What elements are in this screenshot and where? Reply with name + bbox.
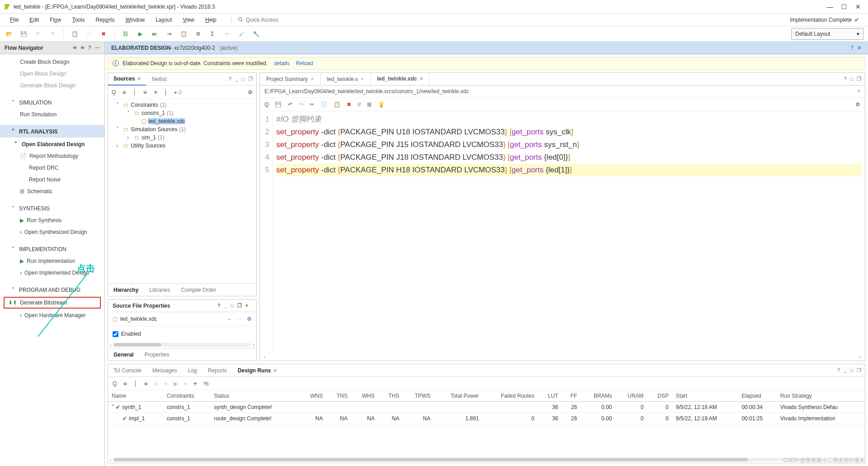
brush-icon[interactable]: 🖌 (237, 29, 246, 38)
search-icon[interactable]: Q (264, 101, 269, 108)
undo-icon[interactable]: ↶ (33, 29, 42, 38)
menu-layout[interactable]: Layout (150, 15, 177, 25)
table-row[interactable]: ˅ ✔synth_1 constrs_1synth_design Complet… (108, 402, 865, 413)
file-xdc[interactable]: ▢led_twinkle.xdc (108, 117, 256, 125)
delete-icon[interactable]: ✖ (347, 101, 351, 108)
comment-icon[interactable]: // (358, 101, 361, 108)
open-block-design[interactable]: Open Block Design (0, 68, 104, 80)
maximize-icon[interactable]: □ (241, 76, 245, 82)
back-icon[interactable]: ← (227, 316, 232, 322)
layout-dropdown[interactable]: Default Layout▾ (791, 28, 863, 40)
run-implementation[interactable]: ▶Run Implementation (0, 255, 104, 267)
tab-properties[interactable]: Properties (139, 349, 175, 361)
collapse-icon[interactable]: ≑ (122, 89, 127, 95)
enabled-checkbox[interactable]: Enabled (113, 331, 252, 337)
create-block-design[interactable]: Create Block Design (0, 56, 104, 68)
filter-icon[interactable]: ≑ (144, 380, 148, 387)
tab-netlist[interactable]: Netlist (146, 73, 172, 85)
close-button[interactable]: ✕ (855, 3, 861, 10)
minimize-icon[interactable]: _ (235, 76, 238, 82)
tab-compile-order[interactable]: Compile Order (175, 284, 222, 296)
close-icon[interactable]: × (274, 367, 277, 374)
report-drc[interactable]: Report DRC (0, 162, 104, 174)
code-editor[interactable]: 12345 #IO 管脚约束 set_property -dict {PACKA… (260, 111, 865, 353)
run-simulation[interactable]: Run Simulation (0, 109, 104, 120)
run-icon[interactable]: ▶ (136, 29, 145, 38)
table-row[interactable]: ✔impl_1 constrs_1route_design Complete! … (108, 413, 865, 424)
clipboard-icon[interactable]: 📋 (179, 29, 188, 38)
menu-flow[interactable]: Flow (44, 15, 66, 25)
paste-icon[interactable]: 📄 (85, 29, 94, 38)
close-icon[interactable]: × (420, 76, 423, 82)
gear-icon[interactable]: ⚙ (855, 101, 860, 108)
report-methodology[interactable]: 📄Report Methodology (0, 150, 104, 162)
format-icon[interactable]: ⊞ (367, 101, 372, 108)
add-icon[interactable]: + (154, 88, 158, 96)
menu-tools[interactable]: Tools (66, 15, 90, 25)
run-synthesis[interactable]: ▶Run Synthesis (0, 214, 104, 226)
stop-icon[interactable]: ⇥ (165, 29, 174, 38)
filter-icon[interactable]: │ (133, 89, 137, 95)
program-debug-section[interactable]: ˅PROGRAM AND DEBUG (0, 283, 104, 296)
rtl-section[interactable]: ˅RTL ANALYSIS (0, 125, 104, 138)
collapse-icon[interactable]: ≑ (73, 45, 77, 51)
restore-icon[interactable]: ❐ (857, 367, 861, 373)
report-noise[interactable]: Report Noise (0, 174, 104, 185)
maximize-icon[interactable]: □ (850, 76, 853, 82)
zero-icon[interactable]: ● 0 (174, 89, 182, 95)
quick-access[interactable]: Quick Access (231, 17, 278, 23)
schematic[interactable]: ⊞Schematic (0, 185, 104, 197)
cut-icon[interactable]: ✂ (222, 29, 231, 38)
save-icon[interactable]: 💾 (19, 29, 28, 38)
gear-icon[interactable]: ⚙ (193, 29, 203, 38)
redo-icon[interactable]: ↷ (299, 101, 303, 108)
tab-messages[interactable]: Messages (147, 365, 183, 376)
tab-led-twinkle-xdc[interactable]: led_twinkle.xdc× (371, 73, 430, 86)
add-icon[interactable]: + (193, 380, 197, 388)
next-icon[interactable]: » (184, 380, 187, 387)
minimize-button[interactable]: — (827, 3, 833, 10)
search-icon[interactable]: Q (113, 380, 117, 387)
gear-icon[interactable]: ⚙ (247, 316, 252, 322)
cut-icon[interactable]: ✂ (310, 101, 314, 108)
close-icon[interactable]: × (245, 303, 248, 309)
expand-icon[interactable]: ≑ (80, 45, 85, 51)
menu-file[interactable]: File (5, 15, 24, 25)
tab-general[interactable]: General (108, 349, 139, 361)
step-icon[interactable]: ⏭ (150, 29, 159, 38)
maximize-button[interactable]: ☐ (841, 3, 847, 10)
close-icon[interactable]: × (857, 88, 860, 95)
reload-link[interactable]: Reload (296, 60, 313, 67)
maximize-icon[interactable]: □ (231, 303, 234, 309)
copy-icon[interactable]: 📋 (70, 29, 79, 38)
bulb-icon[interactable]: 💡 (378, 101, 385, 108)
tab-design-runs[interactable]: Design Runs× (232, 365, 282, 376)
simulation-section[interactable]: ˅SIMULATION (0, 96, 104, 109)
open-elaborated-design[interactable]: ˅Open Elaborated Design (0, 138, 104, 150)
help-icon[interactable]: ? (229, 76, 231, 82)
first-icon[interactable]: |‹ (155, 380, 158, 387)
link-icon[interactable]: ⛓ (121, 29, 130, 38)
wrench-icon[interactable]: 🔧 (251, 29, 260, 38)
restore-icon[interactable]: ❐ (857, 76, 861, 82)
generate-block-design[interactable]: Generate Block Design (0, 80, 104, 91)
close-tab-icon[interactable]: × (137, 76, 141, 82)
implementation-section[interactable]: ˅IMPLEMENTATION (0, 243, 104, 255)
tab-tcl[interactable]: Tcl Console (108, 365, 147, 376)
tab-led-twinkle-v[interactable]: led_twinkle.v× (321, 73, 371, 85)
paste-icon[interactable]: 📋 (334, 101, 340, 108)
design-runs-table[interactable]: NameConstraintsStatus WNSTNSWHSTHSTPWSTo… (108, 390, 865, 456)
close-icon[interactable]: × (361, 76, 364, 82)
prev-icon[interactable]: « (164, 380, 167, 387)
tab-project-summary[interactable]: Project Summary× (260, 73, 321, 85)
sigma-icon[interactable]: Σ (208, 29, 217, 38)
tab-libraries[interactable]: Libraries (144, 284, 175, 296)
minimize-icon[interactable]: _ (224, 303, 227, 309)
open-implemented-design[interactable]: ›Open Implemented Design (0, 267, 104, 279)
menu-icon[interactable]: — (95, 45, 100, 51)
open-synthesized-design[interactable]: ›Open Synthesized Design (0, 226, 104, 238)
open-hardware-manager[interactable]: ›Open Hardware Manager (0, 309, 104, 321)
redo-icon[interactable]: ↷ (48, 29, 57, 38)
tab-hierarchy[interactable]: Hierarchy (108, 284, 144, 296)
generate-bitstream[interactable]: ⬇⬆Generate Bitstream (4, 297, 101, 309)
